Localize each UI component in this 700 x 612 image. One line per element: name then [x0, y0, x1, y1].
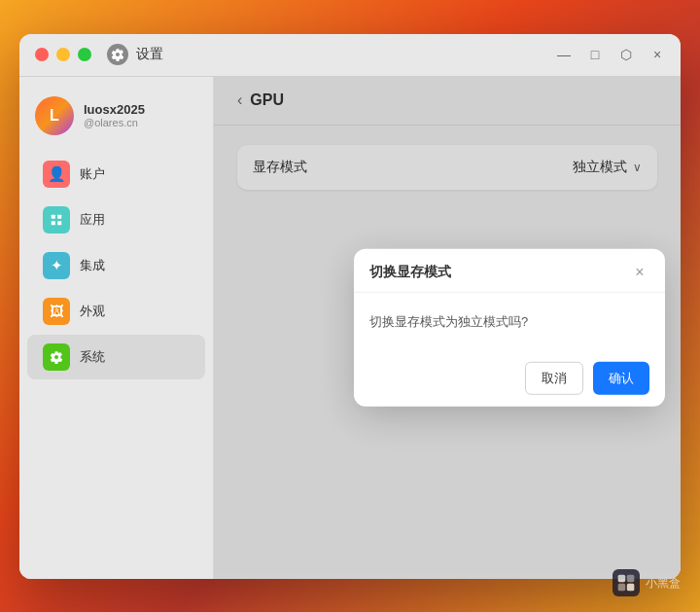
confirm-dialog: 切换显存模式 × 切换显存模式为独立模式吗? 取消 确认 [354, 248, 665, 407]
close-button[interactable] [35, 48, 49, 61]
sidebar-label-apps: 应用 [80, 211, 105, 229]
settings-window: 设置 — □ ⬡ × L luosx2025 @olares.cn 👤 账户 [19, 34, 681, 579]
cancel-button[interactable]: 取消 [525, 362, 583, 395]
sidebar-item-appearance[interactable]: 🖼 外观 [27, 289, 205, 334]
window-title: 设置 [136, 46, 163, 63]
sidebar-label-integration: 集成 [80, 257, 105, 274]
titlebar: 设置 — □ ⬡ × [19, 34, 681, 77]
sidebar-item-integration[interactable]: ✦ 集成 [27, 243, 205, 288]
titlebar-controls-right: — □ ⬡ × [556, 47, 665, 62]
minimize-icon[interactable]: — [556, 47, 572, 62]
dialog-body: 切换显存模式为独立模式吗? [354, 292, 665, 350]
dialog-message: 切换显存模式为独立模式吗? [369, 311, 649, 331]
integration-icon: ✦ [43, 252, 70, 279]
apps-icon [43, 206, 70, 234]
settings-gear-icon [107, 44, 128, 65]
dialog-titlebar: 切换显存模式 × [354, 248, 665, 292]
avatar: L [35, 96, 74, 135]
dialog-title: 切换显存模式 [369, 263, 451, 280]
system-icon [43, 343, 70, 371]
dialog-footer: 取消 确认 [354, 350, 665, 407]
resize-icon[interactable]: ⬡ [618, 47, 634, 62]
svg-rect-6 [618, 584, 626, 592]
user-info: luosx2025 @olares.cn [84, 102, 145, 128]
sidebar-label-account: 账户 [80, 165, 105, 183]
close-icon[interactable]: × [649, 47, 665, 62]
svg-rect-3 [57, 221, 61, 225]
main-panel: ‹ GPU 显存模式 独立模式 ∨ 切换显存模式 × [214, 77, 681, 579]
sidebar-label-appearance: 外观 [80, 303, 105, 320]
svg-rect-1 [57, 214, 61, 218]
maximize-button[interactable] [78, 48, 91, 61]
sidebar-item-account[interactable]: 👤 账户 [27, 152, 205, 197]
sidebar: L luosx2025 @olares.cn 👤 账户 应用 [19, 77, 214, 579]
svg-rect-2 [52, 221, 55, 225]
confirm-button[interactable]: 确认 [593, 362, 649, 395]
appearance-icon: 🖼 [43, 298, 70, 325]
sidebar-label-system: 系统 [80, 348, 105, 366]
dialog-close-button[interactable]: × [630, 262, 649, 281]
sidebar-item-system[interactable]: 系统 [27, 335, 205, 379]
sidebar-item-apps[interactable]: 应用 [27, 198, 205, 242]
user-profile: L luosx2025 @olares.cn [19, 89, 213, 151]
account-icon: 👤 [43, 161, 70, 188]
window-controls [35, 48, 91, 61]
svg-rect-0 [52, 214, 55, 218]
username: luosx2025 [84, 102, 145, 117]
maximize-icon[interactable]: □ [587, 47, 603, 62]
dialog-overlay: 切换显存模式 × 切换显存模式为独立模式吗? 取消 确认 [214, 77, 681, 579]
content-area: L luosx2025 @olares.cn 👤 账户 应用 [19, 77, 681, 579]
minimize-button[interactable] [56, 48, 70, 61]
svg-rect-7 [627, 584, 635, 592]
user-handle: @olares.cn [84, 117, 145, 128]
